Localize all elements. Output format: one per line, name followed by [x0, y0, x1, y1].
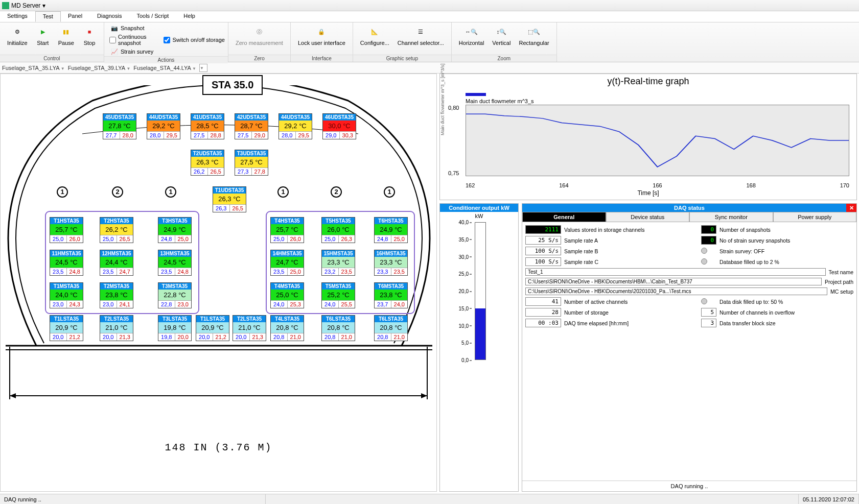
sensor-tile-T2LSTA35[interactable]: T2LSTA3521,0 °C20,021,3	[100, 315, 133, 341]
menu-help[interactable]: Help	[176, 11, 203, 22]
menu-panel[interactable]: Panel	[61, 11, 90, 22]
section-circle: 1	[384, 186, 395, 198]
sensor-tile-T3LSTA35[interactable]: T3LSTA3519,8 °C19,820,0	[158, 315, 192, 341]
zoom-vertical-button[interactable]: ↕🔍Vertical	[489, 23, 514, 47]
sensor-tile-T2LSTA35[interactable]: T2LSTA3521,0 °C20,021,3	[233, 315, 266, 341]
sensor-tile-T1MSTA35[interactable]: T1MSTA3524,0 °C23,024,3	[50, 282, 83, 308]
graph-plot[interactable]	[466, 105, 849, 176]
sensor-tile-12HMSTA35[interactable]: 12HMSTA3524,4 °C23,524,7	[100, 250, 133, 276]
configure-button[interactable]: 📐Configure...	[357, 23, 392, 47]
app-title[interactable]: MD Server ▾	[11, 2, 45, 9]
zoom-rectangular-button[interactable]: ⬚🔍Rectangular	[516, 23, 552, 47]
zoom-horizontal-button[interactable]: ↔🔍Horizontal	[456, 23, 487, 47]
file-tab[interactable]: Fuselage_STA_39.LYA	[68, 65, 131, 71]
sensor-tile-42UDSTA35[interactable]: 42UDSTA3528,7 °C27,529,0	[235, 113, 268, 139]
sensor-tile-13HMSTA35[interactable]: 13HMSTA3524,5 °C23,524,8	[158, 250, 192, 276]
daq-tab-devicestatus[interactable]: Device status	[606, 212, 690, 222]
continuous-snapshot-checkbox[interactable]: Continuous snapshot	[107, 33, 164, 46]
daq-tab-syncmonitor[interactable]: Sync monitor	[689, 212, 773, 222]
section-circle: 2	[112, 186, 123, 198]
led-icon	[701, 298, 707, 304]
zero-measurement-button[interactable]: ⓪Zero measurement	[233, 23, 286, 47]
menu-test[interactable]: Test	[35, 11, 61, 22]
file-tab[interactable]: Fuselage_STA_35.LYA	[2, 65, 65, 71]
val-strain-snap: 0	[701, 236, 716, 245]
bargauge-panel: Conditioner output kW kW 40,035,030,025,…	[439, 203, 519, 492]
sensor-tile-T4LSTA35[interactable]: T4LSTA3520,8 °C20,821,0	[270, 315, 304, 341]
start-button[interactable]: ▶Start	[33, 23, 53, 47]
daq-running-label: DAQ running ..	[522, 481, 856, 491]
section-circle: 2	[331, 186, 342, 198]
daq-title: DAQ status✕	[522, 204, 856, 212]
menu-toolsscript[interactable]: Tools / Script	[129, 11, 176, 22]
graph-xticks: 162164166168170	[466, 182, 849, 188]
val-stored: 2111	[525, 225, 561, 234]
file-tabs: Fuselage_STA_35.LYAFuselage_STA_39.LYAFu…	[0, 62, 859, 74]
ribbon-group-interface: 🔒Lock user interface Interface	[291, 22, 353, 62]
main-area: STA 35.0 1 2	[0, 74, 859, 494]
stop-button[interactable]: ■Stop	[79, 23, 100, 47]
sensor-tile-T1HSTA35[interactable]: T1HSTA3525,7 °C25,026,0	[50, 217, 83, 243]
snapshot-button[interactable]: 📷Snapshot	[108, 23, 162, 33]
channel-selector-button[interactable]: ☰Channel selector...	[394, 23, 447, 47]
sensor-tile-16HMSTA35[interactable]: 16HMSTA3523,3 °C23,323,5	[374, 250, 408, 276]
sensor-tile-46UDSTA35[interactable]: 46UDSTA3530,0 °C29,030,3	[322, 113, 356, 139]
ribbon-group-zoom: ↔🔍Horizontal ↕🔍Vertical ⬚🔍Rectangular Zo…	[452, 22, 557, 62]
lock-interface-button[interactable]: 🔒Lock user interface	[295, 23, 349, 47]
val-blocksize: 3	[701, 319, 716, 327]
sensor-tile-T6LSTA35[interactable]: T6LSTA3520,8 °C20,821,0	[374, 315, 408, 341]
sensor-tile-T3UDSTA35[interactable]: T3UDSTA3527,5 °C27,327,8	[235, 150, 268, 176]
graph-yticks: 0,800,75	[448, 105, 459, 176]
graph-ylabel: Main duct flowmeter m^3_s [m^3/s]	[440, 64, 445, 136]
file-tab[interactable]: Fuselage_STA_44.LYA	[133, 65, 196, 71]
sensor-tile-T3HSTA35[interactable]: T3HSTA3524,9 °C24,825,0	[158, 217, 192, 243]
sensor-tile-15HMSTA35[interactable]: 15HMSTA3523,3 °C23,223,5	[321, 250, 355, 276]
sensor-tile-T6LSTA35[interactable]: T6LSTA3520,8 °C20,821,0	[321, 315, 355, 341]
sensor-tile-14HMSTA35[interactable]: 14HMSTA3524,7 °C23,525,0	[270, 250, 304, 276]
sensor-tile-T1LSTA35[interactable]: T1LSTA3520,9 °C20,021,2	[196, 315, 229, 341]
sensor-tile-T6MSTA35[interactable]: T6MSTA3523,8 °C23,724,0	[374, 282, 408, 308]
status-datetime: 05.11.2020 12:07:02	[799, 494, 859, 504]
graph-title: y(t)-Real-time graph	[440, 74, 856, 89]
sensor-tile-T3MSTA35[interactable]: T3MSTA3522,8 °C22,823,0	[158, 282, 192, 308]
project-path-field[interactable]: C:\Users\SIRONI\OneDrive - HBK\Documents…	[525, 278, 822, 285]
mc-setup-field[interactable]: C:\Users\SIRONI\OneDrive - HBK\Documents…	[525, 287, 827, 295]
switch-storage-checkbox[interactable]: Switch on/off storage	[164, 24, 225, 56]
new-doc-icon[interactable]	[199, 64, 207, 72]
sensor-tile-T4HSTA35[interactable]: T4HSTA3525,7 °C25,026,0	[270, 217, 304, 243]
led-icon	[701, 248, 707, 254]
sensor-tile-44UDSTA35[interactable]: 44UDSTA3529,2 °C28,029,5	[278, 113, 312, 139]
menubar: SettingsTestPanelDiagnosisTools / Script…	[0, 11, 859, 22]
close-icon[interactable]: ✕	[846, 204, 856, 212]
val-snapshots: 0	[701, 225, 716, 234]
sensor-tile-44UDSTA35[interactable]: 44UDSTA3529,2 °C28,029,5	[147, 113, 180, 139]
sensor-tile-T5HSTA35[interactable]: T5HSTA3526,0 °C25,026,3	[321, 217, 355, 243]
sensor-tile-45UDSTA35[interactable]: 45UDSTA3527,8 °C27,728,0	[103, 113, 136, 139]
sensor-tile-T5MSTA35[interactable]: T5MSTA3525,2 °C24,025,5	[321, 282, 355, 308]
titlebar: MD Server ▾	[0, 0, 859, 11]
sensor-tile-11HMSTA35[interactable]: 11HMSTA3524,5 °C23,524,8	[50, 250, 83, 276]
section-circle: 1	[165, 186, 176, 198]
pause-button[interactable]: ▮▮Pause	[55, 23, 77, 47]
test-name-field[interactable]: Test_1	[525, 268, 826, 276]
daq-grid: 2111Values stored in storage channels 0N…	[522, 222, 856, 330]
daq-tab-general[interactable]: General	[522, 212, 606, 222]
sensor-tile-41UDSTA35[interactable]: 41UDSTA3528,5 °C27,528,8	[191, 113, 224, 139]
ribbon-group-zero: ⓪Zero measurement Zero	[228, 22, 291, 62]
ribbon-group-graphic: 📐Configure... ☰Channel selector... Graph…	[353, 22, 452, 62]
menu-settings[interactable]: Settings	[0, 11, 35, 22]
strain-survey-button[interactable]: 📈Strain survey	[108, 47, 162, 56]
initialize-button[interactable]: ⚙Initialize	[4, 23, 31, 47]
sensor-tile-T2HSTA35[interactable]: T2HSTA3526,2 °C25,026,5	[100, 217, 133, 243]
menu-diagnosis[interactable]: Diagnosis	[90, 11, 129, 22]
sensor-tile-T2MSTA35[interactable]: T2MSTA3523,8 °C23,024,1	[100, 282, 133, 308]
station-label: STA 35.0	[202, 75, 263, 95]
bargauge-bar	[475, 222, 486, 360]
sensor-tile-T1UDSTA35[interactable]: T1UDSTA3526,3 °C26,326,5	[213, 186, 246, 212]
sensor-tile-T2UDSTA35[interactable]: T2UDSTA3526,3 °C26,226,5	[191, 150, 224, 176]
daq-tab-powersupply[interactable]: Power supply	[773, 212, 857, 222]
sensor-tile-T1LSTA35[interactable]: T1LSTA3520,9 °C20,021,2	[50, 315, 83, 341]
bargauge-title: Conditioner output kW	[440, 204, 518, 212]
sensor-tile-T6HSTA35[interactable]: T6HSTA3524,9 °C24,825,0	[374, 217, 408, 243]
sensor-tile-T4MSTA35[interactable]: T4MSTA3525,0 °C24,025,3	[270, 282, 304, 308]
